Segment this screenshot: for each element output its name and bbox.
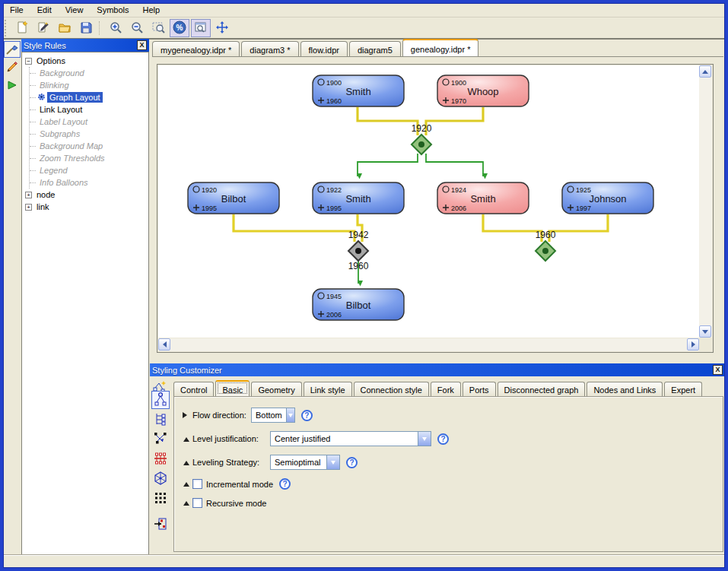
menu-help[interactable]: Help [136, 4, 167, 16]
overview-button[interactable] [191, 19, 211, 37]
recursive-mode-checkbox[interactable] [192, 498, 202, 508]
tab-basic[interactable]: Basic [215, 380, 250, 396]
menu-symbols[interactable]: Symbols [90, 4, 135, 16]
tab-genealogy[interactable]: genealogy.idpr * [402, 39, 479, 56]
triangle-up-icon[interactable] [182, 500, 191, 506]
person-node-bilbot-1945[interactable]: 1945 Bilbot 2006 [313, 289, 404, 320]
tree-node-link-layout[interactable]: Link Layout [37, 103, 148, 116]
level-justification-select[interactable]: Center justified [270, 431, 431, 446]
chevron-down-icon[interactable] [286, 408, 294, 422]
tree-node-legend[interactable]: Legend [37, 164, 148, 176]
child-links[interactable] [358, 154, 483, 284]
scroll-right-button[interactable] [687, 338, 699, 351]
person-node-johnson-1925[interactable]: 1925 Johnson 1997 [562, 182, 653, 214]
tree-label[interactable]: Background [37, 68, 87, 78]
tab-link-style[interactable]: Link style [304, 382, 352, 396]
tab-diagram3[interactable]: diagram3 * [241, 41, 298, 56]
tree-label[interactable]: Options [34, 56, 68, 66]
scroll-up-button[interactable] [699, 65, 711, 78]
edit-pencil-button[interactable] [4, 59, 21, 76]
open-button[interactable] [55, 19, 75, 37]
incremental-mode-checkbox[interactable] [192, 479, 202, 489]
person-node-bilbot-1920[interactable]: 1920 Bilbot 1995 [188, 182, 279, 214]
zoom-out-button[interactable] [127, 19, 147, 37]
triangle-up-icon[interactable] [182, 481, 191, 487]
new-diagram-button[interactable] [33, 19, 53, 37]
person-node-smith-1922[interactable]: 1922 Smith 1995 [313, 182, 404, 214]
menu-view[interactable]: View [59, 4, 91, 16]
circular-layout-button[interactable] [151, 470, 170, 488]
tab-connection-style[interactable]: Connection style [354, 382, 429, 396]
tree-node-subgraphs[interactable]: Subgraphs [37, 128, 148, 140]
tab-geometry[interactable]: Geometry [251, 382, 301, 396]
triangle-right-icon[interactable] [182, 412, 191, 418]
flow-direction-select[interactable]: Bottom [251, 408, 295, 423]
tree-label[interactable]: Background Map [37, 141, 105, 151]
person-node-smith-1900[interactable]: 1900 Smith 1960 [313, 75, 404, 106]
tab-flow[interactable]: flow.idpr [300, 41, 348, 56]
tree-node-background[interactable]: Background [37, 67, 148, 79]
person-node-smith-1924[interactable]: 1924 Smith 2006 [437, 182, 529, 214]
run-button[interactable] [4, 78, 21, 94]
diagram-canvas[interactable]: 1920 1942 1960 1960 1900 [158, 65, 699, 338]
tree-label[interactable]: Zoom Thresholds [37, 153, 107, 163]
tab-control[interactable]: Control [173, 382, 214, 396]
zoom-fit-button[interactable] [148, 19, 168, 37]
tree-label[interactable]: Label Layout [37, 116, 90, 127]
tree-label[interactable]: Blinking [37, 80, 72, 90]
tab-nodes-and-links[interactable]: Nodes and Links [587, 382, 663, 396]
leveling-strategy-select[interactable]: Semioptimal [270, 455, 340, 470]
marriage-node-1960[interactable]: 1960 [536, 230, 556, 261]
tree-label[interactable]: Link Layout [37, 104, 84, 115]
tab-disconnected-graph[interactable]: Disconnected graph [498, 382, 586, 396]
tree-label[interactable]: Graph Layout [47, 92, 103, 103]
triangle-up-icon[interactable] [182, 436, 191, 442]
menu-edit[interactable]: Edit [30, 4, 59, 16]
help-icon[interactable]: ? [279, 478, 291, 490]
bus-layout-button[interactable] [151, 450, 170, 468]
tree-node-options[interactable]: − Options [25, 55, 148, 67]
pan-button[interactable] [212, 19, 232, 37]
tree-node-background-map[interactable]: Background Map [37, 140, 148, 152]
grid-layout-button[interactable] [151, 490, 170, 508]
expand-icon[interactable]: + [25, 204, 32, 211]
help-icon[interactable]: ? [346, 457, 358, 468]
tree-label[interactable]: link [34, 201, 52, 212]
marriage-node-1942[interactable]: 1942 1960 [348, 230, 369, 271]
hierarchical-layout-button[interactable] [151, 391, 170, 409]
tab-diagram5[interactable]: diagram5 [349, 41, 401, 56]
horizontal-scrollbar[interactable] [158, 338, 699, 351]
style-rules-close-button[interactable]: X [137, 40, 147, 50]
collapse-icon[interactable]: − [25, 58, 32, 65]
tree-label[interactable]: Info Balloons [37, 177, 91, 188]
help-icon[interactable]: ? [437, 433, 449, 445]
style-brush-button[interactable] [4, 41, 21, 58]
scroll-left-button[interactable] [158, 338, 170, 351]
person-node-whoop-1900[interactable]: 1900 Whoop 1970 [437, 75, 529, 106]
chevron-down-icon[interactable] [326, 455, 339, 469]
tab-ports[interactable]: Ports [463, 382, 496, 396]
toolbar-grip[interactable] [5, 20, 8, 36]
vertical-scrollbar[interactable] [699, 65, 712, 338]
tree-label[interactable]: Subgraphs [37, 128, 82, 139]
tree-layout-button[interactable] [151, 411, 170, 429]
tree-node-label-layout[interactable]: Label Layout [37, 116, 148, 128]
tab-expert[interactable]: Expert [664, 382, 702, 396]
scroll-down-button[interactable] [699, 325, 711, 338]
link-layout-button[interactable] [151, 430, 170, 449]
new-file-button[interactable] [12, 19, 32, 37]
marriage-node-1920[interactable]: 1920 [412, 123, 432, 154]
tree-node-node[interactable]: + node [25, 189, 148, 201]
tree-node-zoom-thresholds[interactable]: Zoom Thresholds [37, 152, 148, 164]
tree-node-info-balloons[interactable]: Info Balloons [37, 176, 148, 189]
save-button[interactable] [76, 19, 96, 37]
tree-label[interactable]: Legend [37, 165, 70, 176]
tree-node-graph-layout[interactable]: Graph Layout [37, 91, 148, 103]
random-layout-button[interactable] [151, 515, 170, 534]
help-icon[interactable]: ? [301, 410, 313, 421]
zoom-in-button[interactable] [106, 19, 126, 37]
triangle-up-icon[interactable] [182, 460, 191, 465]
tab-fork[interactable]: Fork [431, 382, 461, 396]
menu-file[interactable]: File [3, 4, 30, 16]
customizer-close-button[interactable]: X [713, 365, 723, 375]
